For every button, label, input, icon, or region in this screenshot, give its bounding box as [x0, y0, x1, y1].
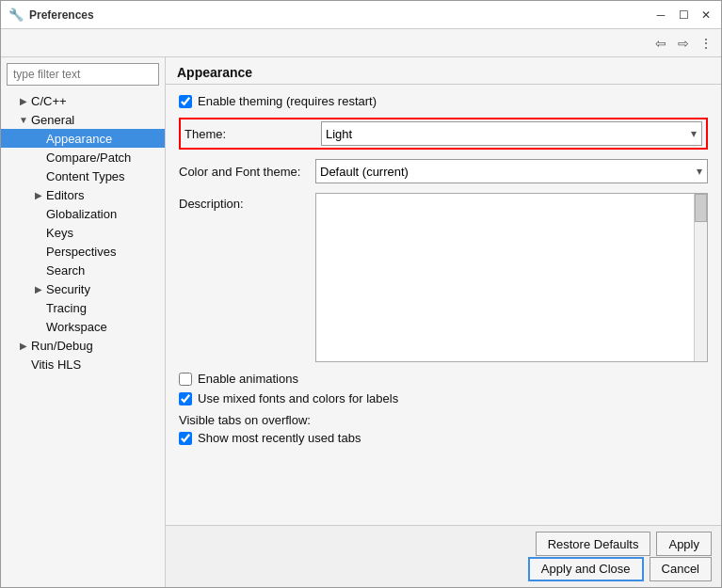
- theme-select-wrapper: Light Dark High Contrast: [321, 121, 702, 146]
- back-icon: ⇦: [655, 36, 666, 51]
- sidebar-item-label: Vitis HLS: [31, 358, 81, 372]
- app-icon: 🔧: [8, 8, 24, 23]
- color-font-row: Color and Font theme: Default (current) …: [179, 159, 708, 183]
- apply-button[interactable]: Apply: [656, 532, 712, 556]
- run-debug-arrow-icon: ▶: [16, 338, 31, 353]
- sidebar-item-label: Tracing: [46, 301, 87, 315]
- close-button[interactable]: ✕: [698, 8, 714, 23]
- sidebar-item-label: Search: [46, 263, 85, 278]
- general-arrow-icon: ▼: [16, 112, 31, 127]
- sidebar-item-label: Compare/Patch: [46, 151, 131, 165]
- show-recent-tabs-checkbox[interactable]: [179, 432, 192, 445]
- description-scrollbar[interactable]: [694, 194, 707, 361]
- sidebar-item-globalization[interactable]: Globalization: [1, 204, 165, 223]
- compare-arrow-icon: [31, 150, 46, 165]
- theme-row: Theme: Light Dark High Contrast: [179, 118, 708, 150]
- enable-animations-row: Enable animations: [179, 372, 708, 386]
- sidebar-item-compare-patch[interactable]: Compare/Patch: [1, 148, 165, 167]
- sidebar-item-keys[interactable]: Keys: [1, 223, 165, 242]
- content-panel: Appearance Enable theming (requires rest…: [166, 57, 721, 587]
- sidebar-item-perspectives[interactable]: Perspectives: [1, 242, 165, 261]
- footer: Restore Defaults Apply Apply and Close C…: [166, 525, 721, 587]
- vitis-arrow-icon: [16, 357, 31, 372]
- enable-theming-label: Enable theming (requires restart): [198, 94, 377, 108]
- sidebar-item-label: Editors: [46, 188, 84, 202]
- sidebar-item-label: Perspectives: [46, 245, 116, 259]
- main-content: ▶ C/C++ ▼ General Appearance Compare/Pat…: [1, 57, 721, 587]
- sidebar: ▶ C/C++ ▼ General Appearance Compare/Pat…: [1, 57, 166, 587]
- sidebar-item-label: Security: [46, 282, 90, 296]
- theme-label: Theme:: [185, 127, 321, 141]
- sidebar-item-label: Run/Debug: [31, 339, 93, 353]
- overflow-label: Visible tabs on overflow:: [179, 413, 708, 427]
- sidebar-item-editors[interactable]: ▶ Editors: [1, 185, 165, 204]
- minimize-button[interactable]: ─: [653, 8, 668, 23]
- sidebar-item-label: General: [31, 113, 74, 127]
- globalization-arrow-icon: [31, 206, 46, 221]
- mixed-fonts-label: Use mixed fonts and colors for labels: [198, 391, 398, 405]
- titlebar: 🔧 Preferences ─ ☐ ✕: [1, 1, 721, 29]
- enable-theming-row: Enable theming (requires restart): [179, 94, 708, 108]
- theme-select[interactable]: Light Dark High Contrast: [321, 121, 702, 146]
- toolbar: ⇦ ⇨ ⋮: [1, 29, 721, 57]
- titlebar-controls: ─ ☐ ✕: [653, 8, 714, 23]
- sidebar-item-workspace[interactable]: Workspace: [1, 317, 165, 336]
- sidebar-item-label: Globalization: [46, 207, 117, 221]
- sidebar-item-label: Workspace: [46, 320, 107, 334]
- description-box: [315, 193, 708, 362]
- menu-icon: ⋮: [699, 36, 713, 51]
- cancel-button[interactable]: Cancel: [650, 557, 712, 581]
- restore-defaults-button[interactable]: Restore Defaults: [536, 532, 651, 556]
- sidebar-item-vitis-hls[interactable]: Vitis HLS: [1, 355, 165, 373]
- content-body: Enable theming (requires restart) Theme:…: [166, 85, 721, 525]
- forward-button[interactable]: ⇨: [672, 32, 695, 55]
- security-arrow-icon: ▶: [31, 281, 46, 296]
- enable-theming-checkbox[interactable]: [179, 95, 192, 108]
- sidebar-item-cpp[interactable]: ▶ C/C++: [1, 91, 165, 110]
- filter-input[interactable]: [7, 63, 159, 86]
- sidebar-item-label: C/C++: [31, 94, 67, 108]
- sidebar-item-content-types[interactable]: Content Types: [1, 167, 165, 185]
- window-title: Preferences: [29, 8, 653, 22]
- sidebar-item-label: Appearance: [46, 132, 112, 146]
- sidebar-item-run-debug[interactable]: ▶ Run/Debug: [1, 336, 165, 355]
- sidebar-item-appearance[interactable]: Appearance: [1, 129, 165, 148]
- mixed-fonts-checkbox[interactable]: [179, 392, 192, 405]
- perspectives-arrow-icon: [31, 244, 46, 259]
- appearance-arrow-icon: [31, 131, 46, 146]
- forward-icon: ⇨: [678, 36, 689, 51]
- tracing-arrow-icon: [31, 300, 46, 315]
- maximize-button[interactable]: ☐: [676, 8, 691, 23]
- color-font-label: Color and Font theme:: [179, 165, 315, 179]
- sidebar-item-security[interactable]: ▶ Security: [1, 279, 165, 298]
- sidebar-item-general[interactable]: ▼ General: [1, 110, 165, 129]
- preferences-window: 🔧 Preferences ─ ☐ ✕ ⇦ ⇨ ⋮ ▶ C/C++: [0, 0, 722, 588]
- color-font-select[interactable]: Default (current) Classic: [315, 159, 708, 183]
- back-button[interactable]: ⇦: [650, 32, 672, 55]
- show-recent-tabs-row: Show most recently used tabs: [179, 431, 708, 445]
- sidebar-item-tracing[interactable]: Tracing: [1, 298, 165, 317]
- enable-animations-checkbox[interactable]: [179, 373, 192, 386]
- sidebar-item-label: Content Types: [46, 169, 125, 183]
- sidebar-item-label: Keys: [46, 226, 73, 240]
- footer-row1: Restore Defaults Apply: [175, 532, 712, 556]
- content-title: Appearance: [166, 57, 721, 85]
- editors-arrow-icon: ▶: [31, 187, 46, 202]
- search-arrow-icon: [31, 262, 46, 278]
- content-arrow-icon: [31, 168, 46, 183]
- show-recent-tabs-label: Show most recently used tabs: [198, 431, 361, 445]
- scrollbar-thumb: [695, 194, 707, 222]
- enable-animations-label: Enable animations: [198, 372, 298, 386]
- keys-arrow-icon: [31, 225, 46, 240]
- description-row: Description:: [179, 193, 708, 362]
- apply-close-button[interactable]: Apply and Close: [528, 557, 644, 581]
- description-label: Description:: [179, 193, 315, 362]
- cpp-arrow-icon: ▶: [16, 93, 31, 108]
- footer-row2: Apply and Close Cancel: [175, 557, 712, 581]
- mixed-fonts-row: Use mixed fonts and colors for labels: [179, 391, 708, 405]
- workspace-arrow-icon: [31, 319, 46, 334]
- menu-button[interactable]: ⋮: [695, 32, 717, 55]
- color-font-select-wrapper: Default (current) Classic: [315, 159, 708, 183]
- sidebar-item-search[interactable]: Search: [1, 261, 165, 279]
